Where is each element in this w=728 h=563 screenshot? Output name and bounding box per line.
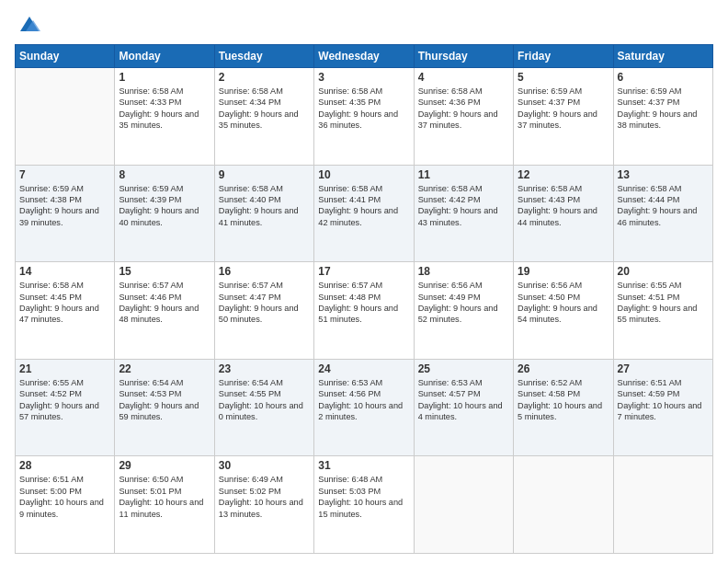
cell-info: Sunrise: 6:51 AMSunset: 5:00 PMDaylight:…	[19, 474, 110, 520]
calendar-cell: 14Sunrise: 6:58 AMSunset: 4:45 PMDayligh…	[16, 262, 115, 360]
calendar-cell	[414, 456, 513, 554]
day-number: 3	[318, 71, 409, 84]
cell-info: Sunrise: 6:52 AMSunset: 4:58 PMDaylight:…	[518, 377, 609, 423]
cell-info: Sunrise: 6:57 AMSunset: 4:46 PMDaylight:…	[119, 280, 210, 326]
calendar-cell: 10Sunrise: 6:58 AMSunset: 4:41 PMDayligh…	[314, 165, 414, 262]
cell-info: Sunrise: 6:53 AMSunset: 4:56 PMDaylight:…	[318, 377, 409, 423]
cell-info: Sunrise: 6:59 AMSunset: 4:39 PMDaylight:…	[119, 183, 210, 229]
calendar-cell: 31Sunrise: 6:48 AMSunset: 5:03 PMDayligh…	[314, 456, 414, 554]
cell-info: Sunrise: 6:55 AMSunset: 4:51 PMDaylight:…	[618, 280, 709, 326]
cell-info: Sunrise: 6:57 AMSunset: 4:48 PMDaylight:…	[318, 280, 409, 326]
cell-info: Sunrise: 6:57 AMSunset: 4:47 PMDaylight:…	[219, 280, 310, 326]
header	[15, 11, 713, 37]
cell-info: Sunrise: 6:58 AMSunset: 4:42 PMDaylight:…	[418, 183, 509, 229]
calendar-table: SundayMondayTuesdayWednesdayThursdayFrid…	[15, 44, 713, 554]
day-number: 10	[318, 168, 409, 181]
day-number: 2	[219, 71, 310, 84]
cell-info: Sunrise: 6:49 AMSunset: 5:02 PMDaylight:…	[219, 474, 310, 520]
cell-info: Sunrise: 6:55 AMSunset: 4:52 PMDaylight:…	[19, 377, 110, 423]
calendar-cell: 1Sunrise: 6:58 AMSunset: 4:33 PMDaylight…	[115, 68, 214, 166]
day-number: 16	[219, 265, 310, 278]
calendar-week-row: 1Sunrise: 6:58 AMSunset: 4:33 PMDaylight…	[16, 68, 713, 166]
cell-info: Sunrise: 6:58 AMSunset: 4:36 PMDaylight:…	[418, 86, 509, 132]
calendar-cell: 21Sunrise: 6:55 AMSunset: 4:52 PMDayligh…	[16, 359, 115, 456]
calendar-cell: 25Sunrise: 6:53 AMSunset: 4:57 PMDayligh…	[414, 359, 513, 456]
calendar-cell: 22Sunrise: 6:54 AMSunset: 4:53 PMDayligh…	[115, 359, 214, 456]
calendar-cell: 2Sunrise: 6:58 AMSunset: 4:34 PMDaylight…	[214, 68, 313, 166]
day-number: 12	[518, 168, 609, 181]
cell-info: Sunrise: 6:58 AMSunset: 4:43 PMDaylight:…	[518, 183, 609, 229]
calendar-cell: 4Sunrise: 6:58 AMSunset: 4:36 PMDaylight…	[414, 68, 513, 166]
cell-info: Sunrise: 6:56 AMSunset: 4:50 PMDaylight:…	[518, 280, 609, 326]
day-number: 1	[119, 71, 210, 84]
calendar-week-row: 7Sunrise: 6:59 AMSunset: 4:38 PMDaylight…	[16, 165, 713, 262]
calendar-week-row: 28Sunrise: 6:51 AMSunset: 5:00 PMDayligh…	[16, 456, 713, 554]
day-number: 29	[119, 459, 210, 472]
cell-info: Sunrise: 6:58 AMSunset: 4:33 PMDaylight:…	[119, 86, 210, 132]
calendar-week-row: 21Sunrise: 6:55 AMSunset: 4:52 PMDayligh…	[16, 359, 713, 456]
cell-info: Sunrise: 6:51 AMSunset: 4:59 PMDaylight:…	[618, 377, 709, 423]
day-number: 8	[119, 168, 210, 181]
calendar-cell: 28Sunrise: 6:51 AMSunset: 5:00 PMDayligh…	[16, 456, 115, 554]
day-number: 14	[19, 265, 110, 278]
cell-info: Sunrise: 6:53 AMSunset: 4:57 PMDaylight:…	[418, 377, 509, 423]
day-number: 25	[418, 362, 509, 375]
weekday-header-tuesday: Tuesday	[214, 45, 313, 68]
calendar-cell: 6Sunrise: 6:59 AMSunset: 4:37 PMDaylight…	[613, 68, 712, 166]
calendar-cell: 13Sunrise: 6:58 AMSunset: 4:44 PMDayligh…	[613, 165, 712, 262]
day-number: 4	[418, 71, 509, 84]
calendar-cell: 12Sunrise: 6:58 AMSunset: 4:43 PMDayligh…	[514, 165, 613, 262]
day-number: 21	[19, 362, 110, 375]
calendar-cell: 20Sunrise: 6:55 AMSunset: 4:51 PMDayligh…	[613, 262, 712, 360]
calendar-cell	[514, 456, 613, 554]
day-number: 17	[318, 265, 409, 278]
calendar-cell: 9Sunrise: 6:58 AMSunset: 4:40 PMDaylight…	[214, 165, 313, 262]
calendar-cell: 7Sunrise: 6:59 AMSunset: 4:38 PMDaylight…	[16, 165, 115, 262]
calendar-cell: 5Sunrise: 6:59 AMSunset: 4:37 PMDaylight…	[514, 68, 613, 166]
cell-info: Sunrise: 6:58 AMSunset: 4:35 PMDaylight:…	[318, 86, 409, 132]
calendar-cell: 27Sunrise: 6:51 AMSunset: 4:59 PMDayligh…	[613, 359, 712, 456]
day-number: 13	[618, 168, 709, 181]
day-number: 18	[418, 265, 509, 278]
cell-info: Sunrise: 6:59 AMSunset: 4:37 PMDaylight:…	[618, 86, 709, 132]
calendar-cell	[613, 456, 712, 554]
cell-info: Sunrise: 6:59 AMSunset: 4:38 PMDaylight:…	[19, 183, 110, 229]
day-number: 24	[318, 362, 409, 375]
calendar-cell: 17Sunrise: 6:57 AMSunset: 4:48 PMDayligh…	[314, 262, 414, 360]
calendar-week-row: 14Sunrise: 6:58 AMSunset: 4:45 PMDayligh…	[16, 262, 713, 360]
calendar-cell: 11Sunrise: 6:58 AMSunset: 4:42 PMDayligh…	[414, 165, 513, 262]
day-number: 30	[219, 459, 310, 472]
calendar-cell: 16Sunrise: 6:57 AMSunset: 4:47 PMDayligh…	[214, 262, 313, 360]
calendar-cell	[16, 68, 115, 166]
cell-info: Sunrise: 6:54 AMSunset: 4:53 PMDaylight:…	[119, 377, 210, 423]
calendar-cell: 8Sunrise: 6:59 AMSunset: 4:39 PMDaylight…	[115, 165, 214, 262]
calendar-cell: 19Sunrise: 6:56 AMSunset: 4:50 PMDayligh…	[514, 262, 613, 360]
weekday-header-thursday: Thursday	[414, 45, 513, 68]
cell-info: Sunrise: 6:58 AMSunset: 4:45 PMDaylight:…	[19, 280, 110, 326]
day-number: 19	[518, 265, 609, 278]
page: SundayMondayTuesdayWednesdayThursdayFrid…	[0, 0, 728, 563]
logo	[15, 11, 42, 37]
calendar-cell: 3Sunrise: 6:58 AMSunset: 4:35 PMDaylight…	[314, 68, 414, 166]
calendar-cell: 15Sunrise: 6:57 AMSunset: 4:46 PMDayligh…	[115, 262, 214, 360]
weekday-header-wednesday: Wednesday	[314, 45, 414, 68]
day-number: 6	[618, 71, 709, 84]
calendar-cell: 23Sunrise: 6:54 AMSunset: 4:55 PMDayligh…	[214, 359, 313, 456]
day-number: 26	[518, 362, 609, 375]
cell-info: Sunrise: 6:58 AMSunset: 4:34 PMDaylight:…	[219, 86, 310, 132]
day-number: 31	[318, 459, 409, 472]
cell-info: Sunrise: 6:48 AMSunset: 5:03 PMDaylight:…	[318, 474, 409, 520]
day-number: 22	[119, 362, 210, 375]
day-number: 7	[19, 168, 110, 181]
day-number: 27	[618, 362, 709, 375]
calendar-cell: 30Sunrise: 6:49 AMSunset: 5:02 PMDayligh…	[214, 456, 313, 554]
cell-info: Sunrise: 6:56 AMSunset: 4:49 PMDaylight:…	[418, 280, 509, 326]
calendar-cell: 29Sunrise: 6:50 AMSunset: 5:01 PMDayligh…	[115, 456, 214, 554]
weekday-header-friday: Friday	[514, 45, 613, 68]
weekday-header-row: SundayMondayTuesdayWednesdayThursdayFrid…	[16, 45, 713, 68]
day-number: 20	[618, 265, 709, 278]
day-number: 28	[19, 459, 110, 472]
cell-info: Sunrise: 6:59 AMSunset: 4:37 PMDaylight:…	[518, 86, 609, 132]
calendar-cell: 18Sunrise: 6:56 AMSunset: 4:49 PMDayligh…	[414, 262, 513, 360]
day-number: 23	[219, 362, 310, 375]
